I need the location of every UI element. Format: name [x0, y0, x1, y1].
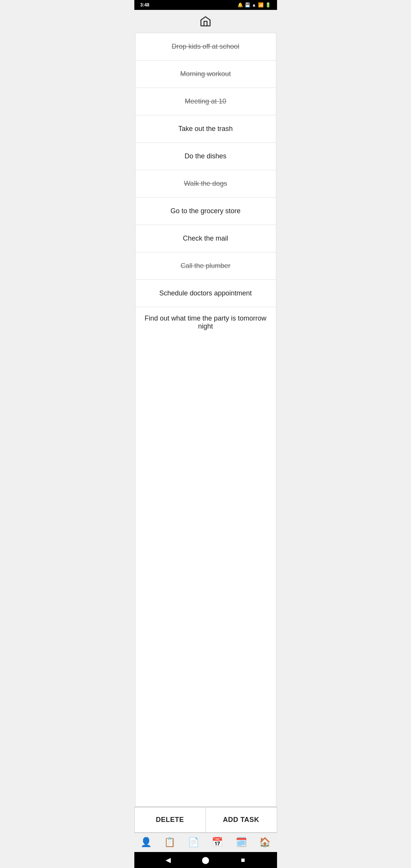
person-icon: 👤: [140, 837, 152, 847]
signal-icon: 📶: [258, 2, 264, 8]
calendar-check-icon: 🗓️: [236, 837, 247, 847]
delete-button[interactable]: DELETE: [134, 807, 206, 833]
battery-icon: 🔋: [265, 2, 271, 8]
add-task-button[interactable]: ADD TASK: [206, 807, 277, 833]
sd-icon: 💾: [245, 2, 250, 8]
home-icon: 🏠: [259, 837, 271, 847]
wifi-icon: ▲: [252, 2, 256, 8]
nav-item-list[interactable]: 📄: [182, 833, 206, 852]
task-item[interactable]: Do the dishes: [135, 143, 276, 170]
android-back-button[interactable]: ◀: [164, 856, 172, 864]
task-item[interactable]: Meeting at 10: [135, 88, 276, 115]
android-nav: ◀ ⬤ ■: [134, 852, 277, 868]
task-item[interactable]: Go to the grocery store: [135, 198, 276, 225]
task-item[interactable]: Find out what time the party is tomorrow…: [135, 307, 276, 338]
calendar-month-icon: 📅: [212, 837, 223, 847]
list-icon: 📄: [188, 837, 199, 847]
task-item[interactable]: Morning workout: [135, 61, 276, 88]
nav-item-home[interactable]: 🏠: [253, 833, 277, 852]
home-header-icon: [199, 15, 212, 29]
tasks-icon: 📋: [164, 837, 175, 847]
task-item[interactable]: Check the mail: [135, 225, 276, 252]
bottom-nav: 👤📋📄📅🗓️🏠: [134, 833, 277, 852]
status-bar: 3:48 🔔 💾 ▲ 📶 🔋: [134, 0, 277, 10]
notification-icon: 🔔: [237, 2, 243, 8]
android-recents-button[interactable]: ■: [239, 856, 247, 864]
nav-item-calendar-check[interactable]: 🗓️: [229, 833, 253, 852]
bottom-buttons: DELETE ADD TASK: [134, 807, 277, 833]
task-item[interactable]: Drop kids off at school: [135, 33, 276, 61]
app-header: [134, 10, 277, 33]
nav-item-person[interactable]: 👤: [134, 833, 158, 852]
task-item[interactable]: Walk the dogs: [135, 170, 276, 198]
nav-item-calendar-month[interactable]: 📅: [206, 833, 229, 852]
nav-item-tasks[interactable]: 📋: [158, 833, 182, 852]
android-home-button[interactable]: ⬤: [201, 856, 210, 864]
task-list: Drop kids off at schoolMorning workoutMe…: [135, 33, 276, 807]
status-icons: 🔔 💾 ▲ 📶 🔋: [237, 2, 271, 8]
task-item[interactable]: Schedule doctors appointment: [135, 280, 276, 307]
task-item[interactable]: Take out the trash: [135, 115, 276, 143]
status-time: 3:48: [140, 2, 150, 8]
task-item[interactable]: Call the plumber: [135, 252, 276, 280]
